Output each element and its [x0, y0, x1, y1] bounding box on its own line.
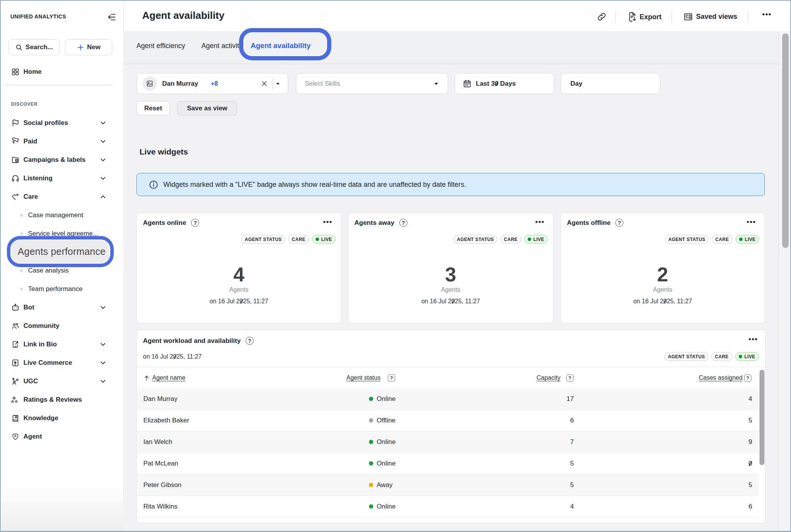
- svg-text:A: A: [14, 434, 17, 438]
